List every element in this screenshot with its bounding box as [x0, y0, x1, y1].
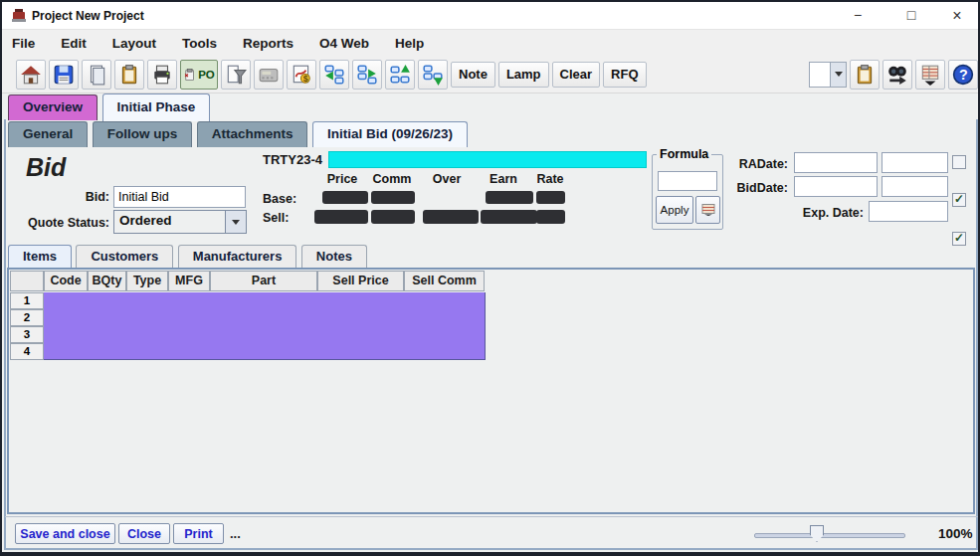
tab-customers[interactable]: Customers [76, 245, 173, 268]
tab-initial-bid[interactable]: Initial Bid (09/26/23) [312, 121, 468, 147]
save-button[interactable] [49, 60, 79, 90]
table-grid-icon [919, 64, 941, 86]
help-icon: ? [952, 64, 974, 86]
tab-items[interactable]: Items [8, 245, 72, 268]
lamp-button[interactable]: Lamp [498, 62, 549, 88]
clipboard-icon [854, 64, 876, 86]
apply-button[interactable]: Apply [656, 196, 693, 224]
redacted-sell-comm [371, 210, 415, 224]
header-sell-comm[interactable]: Sell Comm [404, 271, 485, 291]
col-over: Over [424, 172, 470, 186]
radate-checkbox[interactable] [952, 155, 966, 169]
menu-layout[interactable]: Layout [112, 36, 156, 51]
menu-edit[interactable]: Edit [61, 36, 87, 51]
biddate-input-2[interactable] [882, 176, 948, 197]
menu-file[interactable]: File [12, 36, 35, 51]
radate-input-1[interactable] [794, 152, 878, 173]
row-header-1[interactable]: 1 [10, 292, 44, 309]
home-button[interactable] [16, 60, 46, 90]
bid-name-input[interactable] [113, 186, 246, 208]
toolbar-combobox[interactable] [809, 62, 847, 88]
binoculars-arrow-icon [886, 64, 908, 86]
row-header-2[interactable]: 2 [10, 309, 44, 326]
clear-button[interactable]: Clear [552, 62, 601, 88]
col-earn: Earn [484, 172, 523, 186]
header-mfg[interactable]: MFG [168, 271, 210, 291]
tab-general[interactable]: General [8, 121, 88, 147]
flow-left-button[interactable] [319, 60, 349, 90]
save-icon [53, 64, 75, 86]
row-header-4[interactable]: 4 [10, 343, 44, 360]
expdate-checkbox[interactable] [952, 232, 966, 246]
formula-input[interactable] [658, 171, 717, 191]
new-document-button[interactable] [82, 60, 111, 90]
calculator-button[interactable] [254, 60, 284, 90]
header-code[interactable]: Code [44, 271, 88, 291]
maximize-button[interactable]: □ [889, 2, 933, 29]
print-footer-button[interactable]: Print [173, 523, 224, 544]
note-button[interactable]: Note [451, 62, 495, 88]
phase-tab-row: Overview Initial Phase [8, 93, 210, 121]
po-toggle-button[interactable]: PO [180, 60, 218, 90]
zoom-slider-track[interactable] [754, 533, 905, 538]
clipboard-view-button[interactable] [850, 60, 880, 90]
title-bar: Project New Project − □ × [2, 2, 978, 30]
highlighted-field[interactable] [328, 151, 647, 168]
footer-divider [5, 516, 979, 517]
formula-picker-button[interactable] [695, 196, 720, 224]
minimize-button[interactable]: − [836, 2, 880, 29]
expdate-input[interactable] [869, 201, 948, 222]
header-part[interactable]: Part [210, 271, 317, 291]
tab-attachments[interactable]: Attachments [197, 121, 308, 147]
row-header-3[interactable]: 3 [10, 326, 44, 343]
menu-help[interactable]: Help [395, 36, 424, 51]
flowchart-arrow-right-icon [356, 64, 378, 86]
header-type[interactable]: Type [126, 271, 168, 291]
close-button[interactable]: × [935, 2, 979, 29]
redacted-base-comm [371, 191, 415, 204]
tab-follow-ups[interactable]: Follow ups [93, 121, 193, 147]
clipboard-button[interactable] [114, 60, 144, 90]
chevron-down-icon[interactable] [830, 63, 846, 87]
biddate-checkbox[interactable] [952, 193, 966, 207]
help-button[interactable]: ? [948, 60, 978, 90]
document-filter-icon [225, 64, 247, 86]
redacted-base-price [322, 191, 368, 204]
menu-tools[interactable]: Tools [182, 36, 217, 51]
header-sell-price[interactable]: Sell Price [317, 271, 404, 291]
rfq-button[interactable]: RFQ [603, 62, 646, 88]
price-chart-button[interactable]: $ [287, 60, 316, 90]
selected-rows-block[interactable] [44, 292, 486, 360]
biddate-input-1[interactable] [794, 176, 878, 197]
col-rate: Rate [530, 172, 570, 186]
radate-input-2[interactable] [882, 152, 948, 173]
header-bqty[interactable]: BQty [88, 271, 126, 291]
close-window-button[interactable]: Close [118, 523, 170, 544]
table-corner-header[interactable] [10, 271, 44, 291]
menu-reports[interactable]: Reports [243, 36, 294, 51]
search-button[interactable] [882, 60, 912, 90]
tab-manufacturers[interactable]: Manufacturers [178, 245, 297, 268]
quote-status-combobox[interactable]: Ordered [113, 210, 247, 234]
table-view-button[interactable] [915, 60, 945, 90]
clipboard-icon [118, 64, 140, 86]
filter-document-button[interactable] [221, 60, 251, 90]
redacted-sell-rate [536, 210, 565, 224]
flow-up-button[interactable] [385, 60, 415, 90]
project-ref-code: TRTY23-4 [263, 152, 322, 167]
save-and-close-button[interactable]: Save and close [15, 523, 115, 544]
redacted-sell-price [314, 210, 368, 224]
tab-initial-phase[interactable]: Initial Phase [102, 93, 211, 121]
chevron-down-icon[interactable] [225, 211, 246, 233]
toolbar-combobox-value [810, 63, 830, 87]
redacted-sell-over [423, 210, 479, 224]
flow-down-button[interactable] [418, 60, 448, 90]
home-icon [20, 64, 42, 86]
flowchart-arrow-down-icon [422, 64, 444, 86]
zoom-slider-thumb[interactable] [810, 525, 824, 542]
tab-notes[interactable]: Notes [301, 245, 367, 268]
print-button[interactable] [147, 60, 177, 90]
flow-right-button[interactable] [352, 60, 382, 90]
tab-overview[interactable]: Overview [8, 94, 98, 120]
menu-o4web[interactable]: O4 Web [319, 36, 369, 51]
